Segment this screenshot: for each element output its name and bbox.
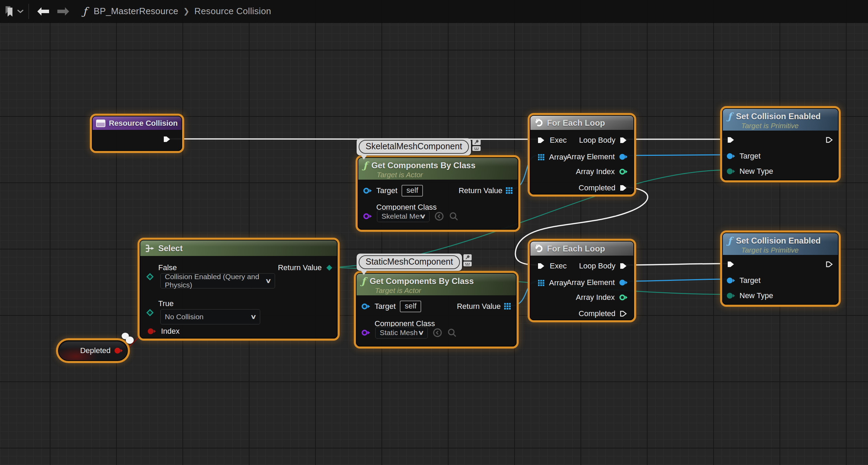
array-pin-label: Array bbox=[549, 278, 567, 287]
false-value-dropdown[interactable]: Collision Enabled (Query and Physics) ∨ bbox=[160, 273, 275, 288]
node-get-components-skeletal[interactable]: ƒ Get Components By Class Target is Acto… bbox=[358, 157, 518, 230]
true-pin-label: True bbox=[158, 299, 173, 308]
node-set-collision-bottom[interactable]: ƒ Set Collision Enabled Target is Primit… bbox=[722, 232, 839, 305]
node-title: Resource Collision bbox=[109, 119, 178, 128]
target-object-pin[interactable] bbox=[361, 303, 370, 310]
breadcrumb-parent[interactable]: BP_MasterResource bbox=[94, 6, 178, 17]
pushpin-icon[interactable] bbox=[472, 139, 481, 145]
breadcrumb-current[interactable]: Resource Collision bbox=[195, 6, 271, 17]
comment-bubble-text: StaticMeshComponent bbox=[359, 255, 460, 269]
exec-in-pin[interactable] bbox=[537, 136, 546, 144]
forward-arrow-button[interactable] bbox=[57, 7, 70, 16]
index-pin-label: Index bbox=[161, 327, 180, 336]
node-subtitle: Target is Actor bbox=[375, 286, 421, 295]
true-enum-pin[interactable] bbox=[146, 309, 154, 316]
target-pin-label: Target bbox=[376, 186, 397, 195]
exec-in-pin[interactable] bbox=[727, 136, 735, 144]
exec-in-pin[interactable] bbox=[727, 260, 735, 268]
completed-label: Completed bbox=[579, 183, 615, 192]
browse-icon[interactable] bbox=[447, 328, 457, 338]
array-index-pin[interactable] bbox=[619, 294, 628, 301]
node-select[interactable]: Select False Return Value Collision Enab… bbox=[140, 240, 338, 339]
component-class-value: Skeletal Mesh C bbox=[381, 212, 421, 220]
use-asset-icon[interactable] bbox=[434, 211, 444, 221]
component-class-pin[interactable] bbox=[361, 329, 370, 336]
node-set-collision-top[interactable]: ƒ Set Collision Enabled Target is Primit… bbox=[722, 108, 839, 180]
loop-icon bbox=[534, 244, 544, 254]
index-bool-pin[interactable] bbox=[147, 328, 156, 335]
exec-pin-label: Exec bbox=[550, 262, 567, 271]
array-element-pin[interactable] bbox=[619, 279, 628, 286]
return-value-enum-pin[interactable] bbox=[326, 264, 333, 271]
bool-out-pin[interactable] bbox=[114, 347, 123, 354]
breadcrumb-separator-icon: ❯ bbox=[183, 7, 189, 16]
exec-out-pin[interactable] bbox=[825, 260, 834, 268]
function-icon: ƒ bbox=[83, 5, 87, 17]
bubble-options-icon[interactable] bbox=[463, 262, 472, 266]
loop-body-label: Loop Body bbox=[579, 136, 615, 145]
node-resource-collision[interactable]: Resource Collision bbox=[92, 116, 182, 151]
array-in-pin[interactable] bbox=[538, 154, 545, 161]
bookmark-icon[interactable] bbox=[4, 6, 15, 17]
component-class-pin[interactable] bbox=[363, 213, 372, 220]
array-index-label: Array Index bbox=[576, 167, 615, 176]
bubble-options-icon[interactable] bbox=[472, 146, 481, 151]
loop-body-exec-out-pin[interactable] bbox=[620, 136, 628, 144]
node-foreach-loop-bottom[interactable]: For Each Loop Exec Array Loop Body Array… bbox=[530, 241, 634, 320]
completed-exec-out-pin[interactable] bbox=[620, 310, 628, 318]
blueprint-graph-canvas[interactable]: ƒ BP_MasterResource ❯ Resource Collision… bbox=[0, 0, 868, 465]
new-type-pin[interactable] bbox=[726, 292, 735, 299]
node-subtitle: Target is Primitive Component bbox=[741, 246, 838, 255]
exec-out-pin[interactable] bbox=[163, 135, 171, 143]
node-title: For Each Loop bbox=[547, 244, 605, 254]
return-value-label: Return Value bbox=[459, 186, 502, 195]
loop-icon bbox=[534, 118, 544, 128]
target-object-pin[interactable] bbox=[363, 187, 372, 194]
array-index-label: Array Index bbox=[576, 293, 615, 302]
function-icon: ƒ bbox=[361, 276, 366, 286]
use-asset-icon[interactable] bbox=[433, 328, 442, 338]
exec-in-pin[interactable] bbox=[537, 262, 546, 270]
return-value-array-pin[interactable] bbox=[504, 303, 511, 310]
bookmark-dropdown-chevron-icon[interactable] bbox=[17, 9, 24, 14]
array-element-label: Array Element bbox=[567, 152, 615, 161]
node-depleted-variable[interactable]: Depleted bbox=[58, 340, 128, 361]
node-foreach-loop-top[interactable]: For Each Loop Exec Array Loop Body Array… bbox=[530, 115, 634, 194]
node-subtitle: Target is Actor bbox=[377, 171, 423, 179]
target-self-value[interactable]: self bbox=[400, 301, 421, 312]
node-subtitle: Target is Primitive Component bbox=[741, 122, 838, 131]
target-pin[interactable] bbox=[726, 277, 735, 284]
exec-pin-label: Exec bbox=[550, 136, 567, 145]
function-icon: ƒ bbox=[363, 160, 367, 171]
true-value-dropdown[interactable]: No Collision ∨ bbox=[160, 309, 260, 324]
loop-body-exec-out-pin[interactable] bbox=[620, 262, 628, 270]
function-icon: ƒ bbox=[728, 111, 732, 122]
function-icon: ƒ bbox=[728, 235, 732, 246]
target-self-value[interactable]: self bbox=[402, 185, 423, 197]
return-value-label: Return Value bbox=[278, 263, 322, 272]
array-in-pin[interactable] bbox=[538, 280, 545, 286]
pushpin-icon[interactable] bbox=[463, 254, 472, 260]
target-pin[interactable] bbox=[726, 153, 735, 160]
loop-body-label: Loop Body bbox=[579, 262, 615, 271]
exec-out-pin[interactable] bbox=[825, 136, 834, 144]
return-value-array-pin[interactable] bbox=[506, 187, 513, 194]
browse-icon[interactable] bbox=[449, 211, 459, 221]
node-title: Select bbox=[158, 244, 183, 253]
component-class-dropdown[interactable]: Static Mesh Con ∨ bbox=[375, 327, 428, 339]
completed-label: Completed bbox=[579, 309, 615, 318]
comment-bubble-skeletal[interactable]: SkeletalMeshComponent bbox=[357, 138, 481, 155]
false-enum-pin[interactable] bbox=[146, 273, 154, 281]
array-element-pin[interactable] bbox=[619, 153, 628, 160]
completed-exec-out-pin[interactable] bbox=[620, 184, 628, 192]
return-value-label: Return Value bbox=[457, 302, 501, 311]
new-type-pin-label: New Type bbox=[739, 167, 773, 176]
bubble-tail bbox=[361, 155, 367, 160]
comment-bubble-static[interactable]: StaticMeshComponent bbox=[357, 254, 472, 271]
variable-name: Depleted bbox=[80, 346, 111, 355]
node-get-components-static[interactable]: ƒ Get Components By Class Target is Acto… bbox=[356, 273, 517, 347]
back-arrow-button[interactable] bbox=[37, 7, 50, 16]
component-class-dropdown[interactable]: Skeletal Mesh C ∨ bbox=[377, 210, 430, 222]
array-index-pin[interactable] bbox=[619, 168, 628, 175]
new-type-pin[interactable] bbox=[726, 168, 735, 175]
